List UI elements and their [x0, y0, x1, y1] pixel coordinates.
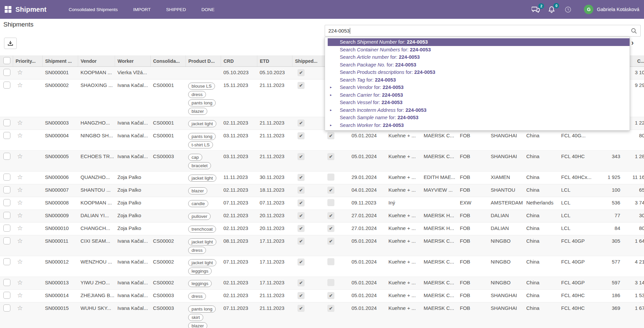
activities-icon[interactable]: [565, 6, 571, 13]
priority-star-icon[interactable]: ☆: [15, 132, 23, 139]
shipment-number-cell: SN000015: [42, 302, 78, 328]
menu-shipped[interactable]: SHIPPED: [166, 7, 186, 12]
priority-star-icon[interactable]: ☆: [15, 225, 23, 232]
notifications-icon[interactable]: 0: [548, 6, 555, 13]
priority-star-icon[interactable]: ☆: [15, 69, 23, 76]
priority-star-icon[interactable]: ☆: [15, 199, 23, 206]
row-checkbox[interactable]: [3, 292, 10, 299]
priority-star-icon[interactable]: ☆: [15, 237, 23, 244]
table-row[interactable]: ☆ SN000007 SHANTOU ... Zoja Palko blazer…: [0, 184, 644, 197]
row-checkbox[interactable]: [3, 119, 10, 126]
row-checkbox[interactable]: [3, 186, 10, 193]
menu-done[interactable]: DONE: [202, 7, 215, 12]
table-row[interactable]: ☆ SN000004 NINGBO SH... Ivana Kačal... C…: [0, 130, 644, 151]
row-checkbox[interactable]: [3, 174, 10, 181]
header-crd[interactable]: CRD: [221, 55, 257, 67]
menu-consolidated-shipments[interactable]: Consolidated Shipments: [69, 7, 118, 12]
search-icon[interactable]: [631, 28, 637, 35]
table-row[interactable]: ☆ SN000010 CHANGCH... Zoja Palko trenchc…: [0, 223, 644, 235]
page-title: Shipments: [3, 21, 34, 28]
search-suggestion[interactable]: ▸ Search Package No. for: 224-0053: [328, 61, 630, 69]
header-shipped[interactable]: Shipped...: [292, 55, 322, 67]
row-checkbox[interactable]: [3, 279, 10, 286]
priority-star-icon[interactable]: ☆: [15, 82, 23, 89]
search-input[interactable]: 224-0053: [325, 25, 641, 37]
search-suggestion[interactable]: ▸ Search Article number for: 224-0053: [328, 53, 630, 61]
table-row[interactable]: ☆ SN000008 KOOPMAN ... Zoja Palko candle…: [0, 197, 644, 210]
row-checkbox[interactable]: [3, 132, 10, 139]
priority-star-icon[interactable]: ☆: [15, 279, 23, 286]
select-all-header[interactable]: [0, 55, 13, 67]
row-checkbox[interactable]: [3, 304, 10, 312]
shipment-number-cell: SN000013: [42, 277, 78, 290]
search-suggestion[interactable]: ▸ Search Tag for: 224-0053: [328, 76, 630, 84]
product-tag: pullover: [188, 213, 211, 220]
table-row[interactable]: ☆ SN000005 ECHOES TR... Ivana Kačal... C…: [0, 151, 644, 172]
search-suggestion[interactable]: ▸ Search Sample name for: 224-0053: [328, 114, 630, 122]
row-checkbox[interactable]: [3, 237, 10, 244]
country-cell: China: [524, 210, 558, 223]
pager-next-button[interactable]: ›: [631, 38, 634, 48]
row-checkbox[interactable]: [3, 82, 10, 89]
search-suggestion[interactable]: ▸ Search Carrier for: 224-0053: [328, 91, 630, 99]
search-suggestion[interactable]: ▸ Search Worker for: 224-0053: [328, 122, 630, 129]
shipped-cell: ✔: [292, 117, 322, 130]
priority-star-icon[interactable]: ☆: [15, 212, 23, 219]
priority-cell: ☆: [13, 290, 42, 302]
menu-import[interactable]: IMPORT: [133, 7, 151, 12]
header-consolidation[interactable]: Consolida...: [150, 55, 185, 67]
row-checkbox[interactable]: [3, 153, 10, 160]
search-suggestion[interactable]: ▸ Search Vendor for: 224-0053: [328, 84, 630, 91]
table-row[interactable]: ☆ SN000011 CIXI SEAM... Ivana Kačal... C…: [0, 235, 644, 256]
shipped-checkbox-icon: ✔: [298, 120, 305, 127]
priority-star-icon[interactable]: ☆: [15, 304, 23, 312]
header-priority[interactable]: Priority...: [13, 55, 42, 67]
table-row[interactable]: ☆ SN000012 WENZHOU ... Ivana Kačal... CS…: [0, 256, 644, 277]
table-row[interactable]: ☆ SN000015 WUHU SKY... Ivana Kačal... CS…: [0, 302, 644, 328]
row-checkbox[interactable]: [3, 258, 10, 265]
incoterm-cell: FOB: [457, 256, 488, 277]
select-all-checkbox[interactable]: [3, 57, 10, 64]
user-avatar[interactable]: G: [584, 5, 593, 14]
table-row[interactable]: ☆ SN000014 ZHEJIANG B... Ivana Kačal... …: [0, 290, 644, 302]
row-checkbox[interactable]: [3, 212, 10, 219]
row-select-cell: [0, 223, 13, 235]
crd-cell: 05.10.2023: [221, 67, 257, 80]
container-cell: FCL 40GP: [558, 256, 595, 277]
shipped-checkbox-icon: ✔: [298, 259, 305, 266]
table-row[interactable]: ☆ SN000006 QUANZHO... Zoja Palko jacket …: [0, 172, 644, 184]
priority-star-icon[interactable]: ☆: [15, 186, 23, 193]
header-shipment-number[interactable]: Shipment ...: [42, 55, 78, 67]
search-suggestion[interactable]: ▸ Search Incoterm Address for: 224-0053: [328, 106, 630, 114]
search-suggestion[interactable]: ▸ Search Products descriptions for: 224-…: [328, 68, 630, 76]
row-checkbox[interactable]: [3, 225, 10, 232]
last-col-cell: 4 21: [626, 256, 644, 277]
shipment-number-cell: SN000006: [42, 172, 78, 184]
priority-star-icon[interactable]: ☆: [15, 258, 23, 265]
priority-star-icon[interactable]: ☆: [15, 174, 23, 181]
row-checkbox[interactable]: [3, 199, 10, 206]
arrived-checkbox-icon: ✔: [327, 212, 334, 219]
priority-star-icon[interactable]: ☆: [15, 292, 23, 299]
search-suggestion[interactable]: ▸ Search Vessel for: 224-0053: [328, 99, 630, 106]
user-name[interactable]: Gabriela Kotásková: [597, 7, 639, 12]
export-button[interactable]: [4, 38, 17, 49]
messages-icon[interactable]: 2: [532, 6, 540, 13]
header-worker[interactable]: Worker: [115, 55, 150, 67]
search-suggestion[interactable]: ▸ Search Container Numbers for: 224-0053: [328, 46, 630, 54]
row-checkbox[interactable]: [3, 69, 10, 76]
header-vendor[interactable]: Vendor: [78, 55, 115, 67]
header-etd[interactable]: ETD: [257, 55, 292, 67]
topbar: Shipment Consolidated Shipments IMPORT S…: [0, 0, 644, 19]
priority-star-icon[interactable]: ☆: [15, 153, 23, 160]
priority-star-icon[interactable]: ☆: [15, 119, 23, 126]
header-product-descriptions[interactable]: Product D...: [185, 55, 221, 67]
table-row[interactable]: ☆ SN000009 DALIAN YI... Zoja Palko pullo…: [0, 210, 644, 223]
shipment-number-cell: SN000004: [42, 130, 78, 151]
app-name[interactable]: Shipment: [15, 6, 47, 13]
shipment-number-cell: SN000011: [42, 235, 78, 256]
table-row[interactable]: ☆ SN000013 YIWU ZHO... Ivana Kačal... CS…: [0, 277, 644, 290]
product-descriptions-cell: candle: [185, 197, 221, 210]
apps-menu-icon[interactable]: [5, 6, 11, 13]
search-suggestion[interactable]: ▸ Search Shipment Number for: 224-0053: [328, 38, 630, 46]
